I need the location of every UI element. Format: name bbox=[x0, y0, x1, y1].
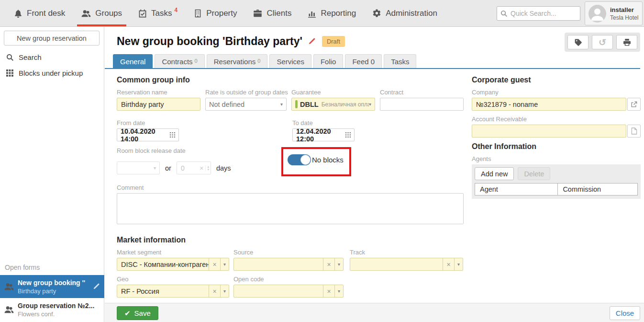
from-date-picker[interactable]: 10.04.2020 14:00 bbox=[117, 128, 179, 141]
history-icon: ↺ bbox=[599, 38, 606, 47]
nav-property[interactable]: Property bbox=[186, 0, 245, 26]
chevron-down-icon: ▾ bbox=[154, 165, 156, 171]
field-comment: Comment bbox=[117, 184, 464, 226]
tab-feed[interactable]: Feed 0 bbox=[345, 54, 382, 68]
combo-value bbox=[234, 258, 323, 270]
select-value: Not defined bbox=[209, 101, 244, 108]
days-text: days bbox=[216, 164, 231, 172]
agents-label: Agents bbox=[472, 155, 641, 162]
tab-reservations[interactable]: Reservations0 bbox=[207, 54, 268, 68]
nav-label: Front desk bbox=[27, 9, 65, 18]
close-button[interactable]: Close bbox=[610, 306, 640, 320]
open-form-group-reservation[interactable]: Group reservation №2... Flowers conf. bbox=[0, 298, 104, 321]
agents-panel: Add new Delete Agent Commission bbox=[472, 164, 641, 199]
commission-column-header: Commission bbox=[558, 184, 638, 196]
account-receivable-input[interactable] bbox=[472, 125, 626, 138]
add-new-agent-button[interactable]: Add new bbox=[475, 167, 514, 180]
quick-search-input[interactable] bbox=[511, 10, 577, 17]
tab-general[interactable]: General bbox=[113, 54, 153, 68]
nav-tasks[interactable]: Tasks 4 bbox=[130, 0, 186, 26]
open-forms-label: Open forms bbox=[0, 261, 104, 275]
pencil-icon[interactable] bbox=[92, 283, 100, 290]
sidebar-item-search[interactable]: Search bbox=[0, 49, 104, 65]
field-label: Comment bbox=[117, 184, 464, 191]
open-forms-panel: Open forms New group booking '' Birthday… bbox=[0, 261, 104, 321]
reservation-name-input[interactable] bbox=[117, 98, 200, 111]
chevron-down-icon[interactable]: ▾ bbox=[220, 258, 229, 270]
file-icon bbox=[631, 127, 637, 135]
nav-label: Property bbox=[206, 9, 237, 18]
clear-icon[interactable]: × bbox=[323, 285, 334, 297]
new-group-reservation-button[interactable]: New group reservation bbox=[4, 31, 100, 46]
gears-icon bbox=[372, 9, 381, 18]
print-button[interactable] bbox=[616, 35, 637, 49]
rate-outside-select[interactable]: Not defined ▾ bbox=[205, 98, 287, 111]
common-row-1: Reservation name Rate is outside of grou… bbox=[117, 89, 464, 111]
save-button[interactable]: ✔ Save bbox=[117, 306, 158, 320]
tab-folio[interactable]: Folio bbox=[313, 54, 344, 68]
open-form-text: New group booking '' Birthday party bbox=[18, 279, 89, 295]
page-title: New group booking 'Birthday party' bbox=[117, 35, 302, 48]
section-heading-other: Other Information bbox=[472, 142, 641, 151]
clear-icon[interactable]: × bbox=[443, 258, 454, 270]
market-segment-combo[interactable]: DISC - Компании-контрагенты × ▾ bbox=[117, 258, 229, 271]
chevron-down-icon[interactable]: ▾ bbox=[454, 258, 463, 270]
clear-icon[interactable]: × bbox=[209, 258, 220, 270]
contract-input[interactable] bbox=[380, 98, 464, 111]
nav-front-desk[interactable]: Front desk bbox=[6, 0, 73, 26]
nav-label: Groups bbox=[95, 9, 122, 18]
nav-reporting[interactable]: Reporting bbox=[300, 0, 364, 26]
left-form-column: Common group info Reservation name Rate … bbox=[117, 76, 464, 298]
no-blocks-toggle[interactable] bbox=[288, 154, 311, 165]
chevron-down-icon[interactable]: ▾ bbox=[220, 285, 229, 297]
user-name: installer bbox=[610, 6, 638, 13]
field-label: To date bbox=[292, 119, 355, 126]
nav-administration[interactable]: Administration bbox=[364, 0, 445, 26]
field-label: Open code bbox=[233, 276, 344, 283]
edit-title-pencil-icon[interactable] bbox=[308, 37, 316, 46]
field-label: Guarantee bbox=[291, 89, 375, 96]
tab-label: Contracts bbox=[162, 58, 192, 66]
history-button[interactable]: ↺ bbox=[592, 35, 613, 49]
comment-textarea[interactable] bbox=[117, 193, 464, 224]
tab-count: 0 bbox=[257, 58, 260, 64]
guarantee-description: Безналичная оплата bbox=[322, 101, 369, 108]
open-form-new-group-booking[interactable]: New group booking '' Birthday party bbox=[0, 275, 104, 298]
no-blocks-label: No blocks bbox=[312, 156, 344, 164]
tab-contracts[interactable]: Contracts0 bbox=[155, 54, 204, 68]
tab-tasks[interactable]: Tasks bbox=[384, 54, 416, 68]
quick-search bbox=[497, 6, 580, 21]
user-menu[interactable]: installer Tesla Hotel bbox=[585, 1, 643, 25]
to-date-picker[interactable]: 12.04.2020 12:00 bbox=[292, 128, 355, 141]
company-input[interactable] bbox=[472, 98, 626, 111]
field-label: Contract bbox=[380, 89, 464, 96]
chevron-down-icon[interactable]: ▾ bbox=[334, 258, 343, 270]
field-reservation-name: Reservation name bbox=[117, 89, 200, 111]
tab-label: Feed 0 bbox=[352, 58, 375, 66]
track-combo[interactable]: × ▾ bbox=[350, 258, 463, 271]
geo-combo[interactable]: RF - Россия × ▾ bbox=[117, 285, 229, 298]
open-company-button[interactable] bbox=[627, 98, 641, 111]
header-action-buttons: ↺ bbox=[565, 33, 640, 52]
printer-icon bbox=[623, 38, 631, 46]
field-label: Room block release date bbox=[117, 147, 464, 154]
nav-groups[interactable]: Groups bbox=[73, 0, 130, 26]
tags-button[interactable] bbox=[567, 35, 588, 49]
tab-services[interactable]: Services bbox=[269, 54, 311, 68]
spinner-value: 0 bbox=[177, 164, 198, 172]
form-area: Common group info Reservation name Rate … bbox=[105, 69, 644, 298]
account-receivable-doc-button[interactable] bbox=[627, 125, 641, 138]
open-code-combo[interactable]: × ▾ bbox=[233, 285, 344, 298]
sidebar-item-blocks-under-pickup[interactable]: Blocks under pickup bbox=[0, 65, 104, 81]
tasks-count-badge: 4 bbox=[175, 7, 178, 13]
combo-value bbox=[234, 285, 323, 297]
clear-icon[interactable]: × bbox=[209, 285, 220, 297]
nav-clients[interactable]: Clients bbox=[245, 0, 300, 26]
clear-icon[interactable]: × bbox=[323, 258, 334, 270]
source-combo[interactable]: × ▾ bbox=[233, 258, 344, 271]
chevron-down-icon[interactable]: ▾ bbox=[334, 285, 343, 297]
bar-chart-icon bbox=[308, 9, 316, 18]
guarantee-select[interactable]: DBLL Безналичная оплата ▾ bbox=[291, 98, 375, 111]
section-heading-market: Market information bbox=[117, 236, 464, 244]
open-form-title: Group reservation №2... bbox=[18, 302, 100, 310]
